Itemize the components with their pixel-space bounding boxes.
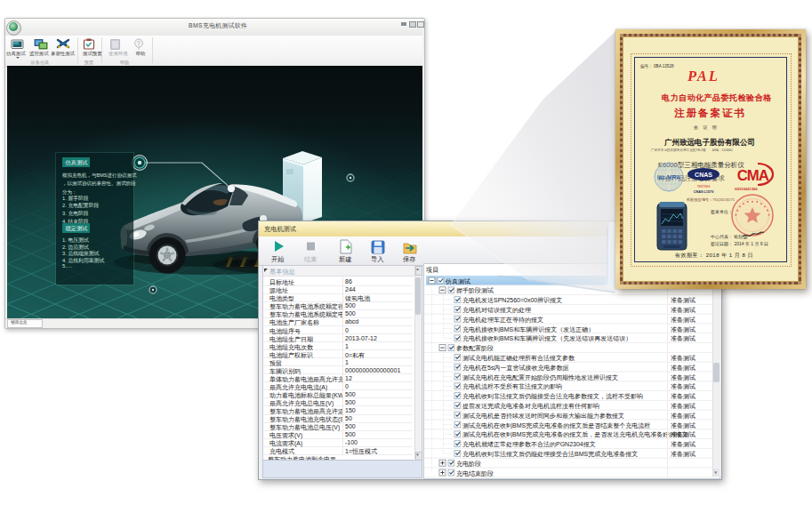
svg-text:00110021300: 00110021300 xyxy=(735,187,758,191)
svg-text:检验报告编号：YD(2013)171: 检验报告编号：YD(2013)171 xyxy=(687,197,736,203)
svg-text:CNAS: CNAS xyxy=(695,172,712,178)
svg-text:TESTING: TESTING xyxy=(697,185,711,188)
svg-text:iac-MRA: iac-MRA xyxy=(657,174,680,180)
svg-text:●: ● xyxy=(752,199,754,204)
svg-text:CMA: CMA xyxy=(737,167,769,183)
svg-text:CNAS L1579: CNAS L1579 xyxy=(694,190,714,194)
